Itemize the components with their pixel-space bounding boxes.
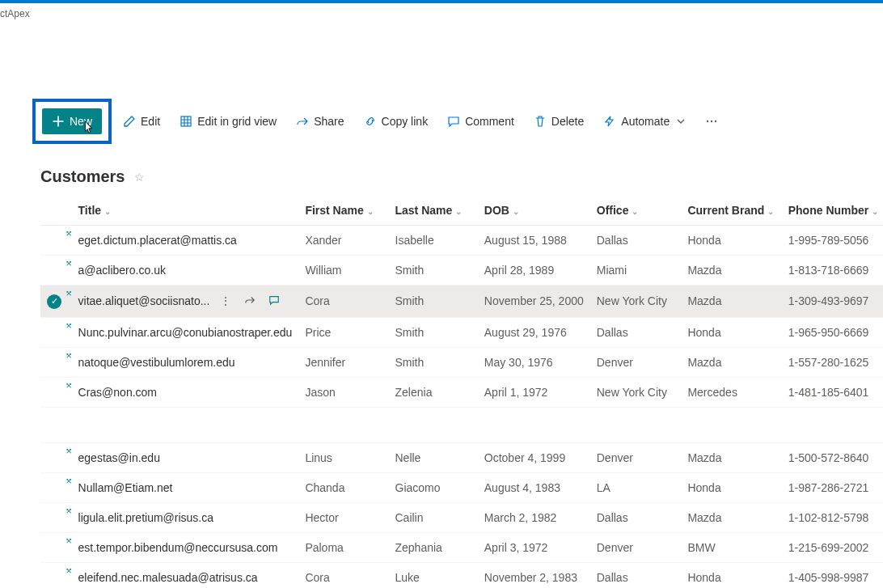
title-link[interactable]: natoque@vestibulumlorem.edu — [78, 356, 235, 369]
edit-icon — [123, 115, 136, 128]
col-dob[interactable]: DOB⌄ — [478, 196, 590, 226]
col-last-name[interactable]: Last Name⌄ — [389, 196, 478, 226]
delete-label: Delete — [551, 115, 584, 128]
share-button[interactable]: Share — [288, 108, 352, 134]
cell-office: Dallas — [590, 226, 682, 256]
table-row[interactable]: ⤧a@aclibero.co.ukWilliamSmithApril 28, 1… — [40, 256, 883, 286]
title-cell[interactable]: ⤧est.tempor.bibendum@neccursusa.com — [72, 532, 299, 562]
table-row[interactable]: ⤧Cras@non.comJasonZeleniaApril 1, 1972Ne… — [40, 377, 883, 407]
title-link[interactable]: est.tempor.bibendum@neccursusa.com — [78, 541, 278, 554]
cell-brand: Mazda — [681, 442, 781, 472]
col-dob-label: DOB — [484, 204, 509, 217]
new-item-indicator: ⤧ — [65, 351, 72, 360]
title-cell[interactable]: ⤧Nullam@Etiam.net — [72, 472, 299, 502]
delete-button[interactable]: Delete — [526, 108, 592, 134]
title-link[interactable]: Nunc.pulvinar.arcu@conubianostraper.edu — [78, 326, 293, 339]
title-link[interactable]: Nullam@Etiam.net — [78, 481, 173, 494]
cell-phone: 1-405-998-9987 — [782, 562, 883, 588]
cell-first: Paloma — [298, 532, 388, 562]
title-cell[interactable]: ⤧eget.dictum.placerat@mattis.ca — [72, 226, 299, 256]
edit-button[interactable]: Edit — [115, 108, 168, 134]
chevron-down-icon: ⌄ — [104, 207, 111, 216]
new-item-indicator: ⤧ — [65, 536, 72, 545]
new-item-indicator: ⤧ — [65, 229, 72, 238]
new-item-indicator: ⤧ — [65, 476, 72, 485]
cell-brand: BMW — [681, 532, 781, 562]
cell-last: Isabelle — [389, 226, 478, 256]
cell-dob: April 1, 1972 — [478, 377, 590, 407]
col-brand[interactable]: Current Brand⌄ — [681, 196, 781, 226]
new-item-indicator: ⤧ — [65, 381, 72, 390]
svg-point-1 — [707, 121, 708, 122]
chevron-down-icon: ⌄ — [513, 207, 519, 216]
cell-brand: Honda — [681, 317, 781, 347]
edit-label: Edit — [141, 115, 160, 128]
title-link[interactable]: egestas@in.edu — [78, 451, 160, 464]
title-link[interactable]: eget.dictum.placerat@mattis.ca — [78, 234, 237, 247]
cell-first: Cora — [298, 562, 388, 588]
cell-first: Jennifer — [298, 347, 388, 377]
col-phone-label: Phone Number — [788, 204, 869, 217]
table-row[interactable]: ⤧ligula.elit.pretium@risus.caHectorCaili… — [40, 502, 883, 532]
title-link[interactable]: a@aclibero.co.uk — [78, 264, 166, 277]
title-cell[interactable]: ⤧Cras@non.com — [72, 377, 299, 407]
favorite-star-icon[interactable]: ☆ — [134, 171, 145, 184]
table-row[interactable]: ⤧Nunc.pulvinar.arcu@conubianostraper.edu… — [40, 317, 883, 347]
col-title-label: Title — [78, 204, 102, 217]
cell-first: Jason — [298, 377, 388, 407]
title-cell[interactable]: ⤧a@aclibero.co.uk — [72, 256, 299, 286]
title-link[interactable]: eleifend.nec.malesuada@atrisus.ca — [78, 571, 258, 584]
col-phone[interactable]: Phone Number⌄ — [782, 196, 883, 226]
edit-grid-button[interactable]: Edit in grid view — [171, 108, 285, 134]
col-title[interactable]: Title⌄ — [72, 196, 299, 226]
title-link[interactable]: Cras@non.com — [78, 386, 157, 399]
automate-button[interactable]: Automate — [595, 108, 695, 134]
title-cell[interactable]: ⤧natoque@vestibulumlorem.edu — [72, 347, 299, 377]
new-item-indicator: ⤧ — [65, 446, 72, 455]
table-row[interactable]: ⤧egestas@in.eduLinusNelleOctober 4, 1999… — [40, 442, 883, 472]
cell-dob: October 4, 1999 — [478, 442, 590, 472]
automate-icon — [603, 115, 616, 128]
cell-last: Luke — [389, 562, 478, 588]
title-cell[interactable]: ⤧eleifend.nec.malesuada@atrisus.ca — [72, 562, 299, 588]
cell-phone: 1-481-185-6401 — [782, 377, 883, 407]
cell-dob: August 4, 1983 — [478, 472, 590, 502]
tutorial-highlight: New — [32, 99, 112, 144]
cell-first: William — [298, 256, 388, 286]
comment-button[interactable]: Comment — [439, 108, 522, 134]
comment-icon[interactable] — [268, 294, 281, 307]
table-row[interactable]: ⤧eget.dictum.placerat@mattis.caXanderIsa… — [40, 226, 883, 256]
table-row[interactable]: ✓⤧vitae.aliquet@sociisnato...⋮CoraSmithN… — [40, 286, 883, 318]
copylink-label: Copy link — [382, 115, 429, 128]
more-button[interactable] — [699, 108, 725, 134]
more-icon[interactable]: ⋮ — [219, 294, 232, 307]
cell-first: Price — [298, 317, 388, 347]
gridview-label: Edit in grid view — [197, 115, 277, 128]
title-cell[interactable]: ⤧Nunc.pulvinar.arcu@conubianostraper.edu — [72, 317, 299, 347]
cell-office: Denver — [590, 347, 682, 377]
col-first-name[interactable]: First Name⌄ — [298, 196, 388, 226]
table-row[interactable]: ⤧eleifend.nec.malesuada@atrisus.caCoraLu… — [40, 562, 883, 588]
cell-first: Chanda — [298, 472, 388, 502]
title-cell[interactable]: ⤧egestas@in.edu — [72, 442, 299, 472]
table-row[interactable]: ⤧est.tempor.bibendum@neccursusa.comPalom… — [40, 532, 883, 562]
col-select[interactable] — [40, 196, 72, 226]
col-office[interactable]: Office⌄ — [590, 196, 682, 226]
table-row[interactable]: ⤧natoque@vestibulumlorem.eduJenniferSmit… — [40, 347, 883, 377]
cell-phone: 1-557-280-1625 — [782, 347, 883, 377]
title-cell[interactable]: ⤧ligula.elit.pretium@risus.ca — [72, 502, 299, 532]
new-item-indicator: ⤧ — [65, 566, 72, 575]
title-link[interactable]: vitae.aliquet@sociisnato... — [78, 294, 210, 307]
col-brand-label: Current Brand — [687, 204, 764, 217]
breadcrumb[interactable]: ctApex — [0, 3, 883, 19]
title-cell[interactable]: ⤧vitae.aliquet@sociisnato...⋮ — [72, 286, 299, 318]
table-row[interactable]: ⤧Nullam@Etiam.netChandaGiacomoAugust 4, … — [40, 472, 883, 502]
comment-icon — [447, 115, 460, 128]
new-button[interactable]: New — [42, 108, 102, 134]
cell-phone: 1-965-950-6669 — [782, 317, 883, 347]
copy-link-button[interactable]: Copy link — [356, 108, 437, 134]
cell-office: Denver — [590, 442, 682, 472]
title-link[interactable]: ligula.elit.pretium@risus.ca — [78, 511, 214, 524]
share-icon[interactable] — [243, 294, 256, 307]
plus-icon — [52, 115, 65, 128]
